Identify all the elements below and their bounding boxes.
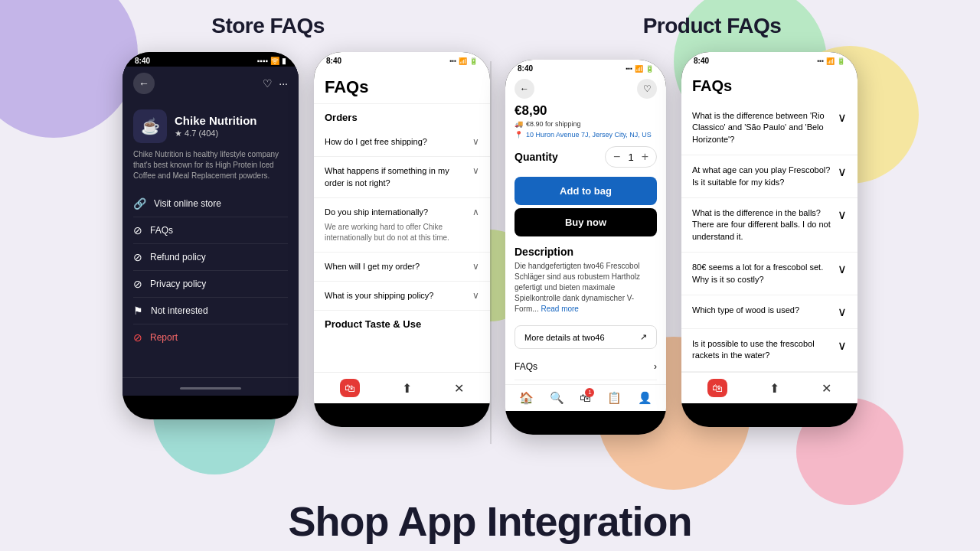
menu-item-visit[interactable]: 🔗 Visit online store: [133, 191, 288, 217]
privacy-label: Privacy policy: [150, 279, 206, 289]
more-details-text: More details at two46: [524, 333, 605, 342]
close-icon-bottom[interactable]: ✕: [454, 381, 464, 396]
close-icon-pfaq[interactable]: ✕: [822, 381, 831, 396]
quantity-label: Quantity: [514, 151, 558, 163]
faqs-link-text: FAQs: [514, 361, 537, 372]
status-icons-4: ▪▪▪ 📶 🔋: [817, 57, 845, 65]
pfaq-item-3[interactable]: What is the difference in the balls? The…: [681, 198, 858, 253]
phone-faqs: 8:40 ▪▪▪ 📶 🔋 FAQs Orders How do I get fr…: [314, 52, 490, 427]
pfaq-q4: 80€ seems a lot for a frescobol set. Why…: [692, 262, 838, 285]
add-to-bag-btn[interactable]: Add to bag: [514, 177, 657, 205]
product-faq-screen: FAQs What is the difference between 'Rio…: [681, 67, 858, 403]
faq-item-2[interactable]: What happens if something in my order is…: [314, 157, 490, 198]
faqs-link[interactable]: FAQs ›: [514, 354, 657, 380]
faq-q5: What is your shipping policy?: [325, 290, 472, 302]
signal-icon-4: ▪▪▪: [817, 57, 824, 64]
product-bottom-nav: 🏠 🔍 🛍 1 📋 👤: [505, 384, 666, 411]
faq-q2: What happens if something in my order is…: [325, 165, 472, 189]
heart-icon[interactable]: ♡: [263, 77, 273, 90]
cart-nav-icon-wrapper[interactable]: 🛍 1: [580, 391, 591, 405]
menu-item-report[interactable]: ⊘ Report: [133, 324, 288, 350]
profile-nav-icon[interactable]: 👤: [638, 391, 652, 405]
pfaq-item-5[interactable]: Which type of wood is used? ∨: [681, 295, 858, 329]
faq-item-3[interactable]: Do you ship internationally? ∧ We are wo…: [314, 198, 490, 252]
share-icon-bottom[interactable]: ⬆: [402, 381, 412, 396]
left-section-title: Store FAQs: [211, 14, 324, 37]
pfaq-chevron-3: ∨: [838, 207, 847, 222]
shipping-icon: 🚚: [514, 120, 523, 128]
faq-chevron-3: ∧: [472, 207, 479, 218]
read-more-link[interactable]: Read more: [541, 305, 578, 313]
qty-minus[interactable]: −: [613, 150, 620, 164]
store-logo: ☕: [133, 109, 167, 143]
signal-icon-3: ▪▪▪: [626, 65, 632, 72]
faq-title: FAQs: [325, 77, 479, 97]
bottom-indicator: [180, 387, 241, 390]
description-section: Description Die handgefertigten two46 Fr…: [505, 240, 666, 321]
buy-now-btn[interactable]: Buy now: [514, 208, 657, 236]
more-details-btn[interactable]: More details at two46 ↗: [514, 325, 657, 349]
product-heart-btn[interactable]: ♡: [637, 79, 657, 99]
menu-item-privacy[interactable]: ⊘ Privacy policy: [133, 271, 288, 298]
menu-item-not-interested[interactable]: ⚑ Not interested: [133, 298, 288, 324]
shop-icon-pfaq[interactable]: 🛍: [707, 379, 727, 397]
battery-icon-1: ▮: [282, 57, 286, 65]
home-nav-icon[interactable]: 🏠: [519, 391, 534, 405]
phone-product-faqs: 8:40 ▪▪▪ 📶 🔋 FAQs What is the difference…: [681, 52, 858, 427]
status-bar-3: 8:40 ▪▪▪ 📶 🔋: [505, 60, 666, 74]
quantity-row: Quantity − 1 +: [505, 140, 666, 174]
qty-value: 1: [628, 152, 633, 163]
product-back-btn[interactable]: ←: [514, 79, 534, 99]
store-header: ← ♡ ···: [122, 67, 299, 100]
faq-q1: How do I get free shipping?: [325, 136, 472, 148]
pfaq-item-4[interactable]: 80€ seems a lot for a frescobol set. Why…: [681, 253, 858, 295]
store-header-icons: ♡ ···: [263, 77, 288, 90]
faq-chevron-4: ∨: [472, 261, 479, 272]
faq-item-5[interactable]: What is your shipping policy? ∨: [314, 282, 490, 311]
battery-icon-2: 🔋: [469, 57, 478, 65]
shop-icon-bottom[interactable]: 🛍: [340, 379, 360, 397]
pfaq-item-1[interactable]: What is the difference between 'Rio Clas…: [681, 101, 858, 155]
menu-item-faqs[interactable]: ⊘ FAQs: [133, 217, 288, 244]
store-description: Chike Nutrition is healthy lifestyle com…: [133, 149, 288, 181]
store-screen: ← ♡ ··· ☕ Chike Nutrition ★ 4.7 (404): [122, 67, 299, 396]
wifi-icon-2: 📶: [459, 57, 467, 65]
menu-item-refund[interactable]: ⊘ Refund policy: [133, 244, 288, 271]
faqs-icon: ⊘: [133, 224, 142, 236]
cart-badge: 1: [585, 388, 594, 397]
store-name-area: Chike Nutrition ★ 4.7 (404): [175, 114, 257, 139]
quantity-control: − 1 +: [605, 146, 657, 168]
pfaq-q1: What is the difference between 'Rio Clas…: [692, 110, 838, 145]
store-bottom-bar: [122, 377, 299, 396]
report-icon: ⊘: [133, 331, 142, 344]
product-screen: ← ♡ €8,90 🚚 €8.90 for shipping 📍 10 Huro…: [505, 74, 666, 411]
location-icon: 📍: [514, 131, 523, 139]
status-bar-2: 8:40 ▪▪▪ 📶 🔋: [314, 52, 490, 67]
pfaq-chevron-5: ∨: [838, 305, 847, 319]
pfaq-item-2[interactable]: At what age can you play Frescobol? Is i…: [681, 155, 858, 198]
visit-icon: 🔗: [133, 197, 146, 210]
pfaq-chevron-4: ∨: [838, 262, 847, 276]
faq-item-1[interactable]: How do I get free shipping? ∨: [314, 128, 490, 157]
faq-chevron-2: ∨: [472, 165, 479, 176]
divider: [490, 61, 492, 444]
orders-nav-icon[interactable]: 📋: [607, 391, 622, 405]
pfaq-item-6[interactable]: Is it possible to use the frescobol rack…: [681, 329, 858, 372]
phone-store-info: 8:40 ▪▪▪▪ 🛜 ▮ ← ♡ ···: [122, 52, 299, 419]
product-location: 📍 10 Huron Avenue 7J, Jersey City, NJ, U…: [505, 129, 666, 140]
pfaq-header: FAQs: [681, 67, 858, 101]
faq-bottom-bar: 🛍 ⬆ ✕: [314, 372, 490, 403]
refund-label: Refund policy: [150, 252, 206, 262]
refund-icon: ⊘: [133, 251, 142, 263]
back-button[interactable]: ←: [133, 73, 155, 94]
desc-title: Description: [514, 246, 657, 258]
product-price: €8,90: [505, 103, 666, 119]
bottom-bar-content: [129, 384, 292, 390]
faq-item-4[interactable]: When will I get my order? ∨: [314, 253, 490, 282]
more-icon[interactable]: ···: [279, 77, 288, 90]
pfaq-q3: What is the difference in the balls? The…: [692, 207, 838, 243]
status-icons-2: ▪▪▪ 📶 🔋: [449, 57, 478, 65]
share-icon-pfaq[interactable]: ⬆: [769, 381, 779, 396]
qty-plus[interactable]: +: [642, 150, 648, 164]
search-nav-icon[interactable]: 🔍: [550, 391, 564, 405]
